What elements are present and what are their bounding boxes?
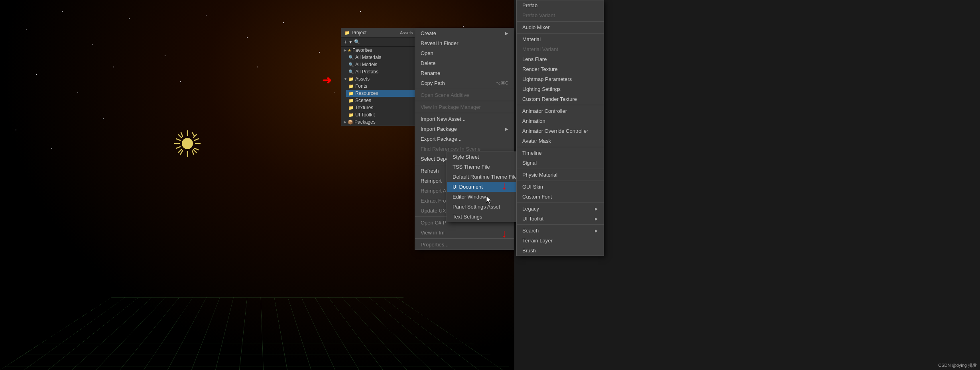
right-menu-render-texture[interactable]: Render Texture <box>517 64 604 74</box>
right-menu-audio-mixer[interactable]: Audio Mixer <box>517 22 604 32</box>
menu-view-in-im[interactable]: View in Im <box>415 228 514 238</box>
right-sep-7 <box>517 203 604 203</box>
packages-folder[interactable]: ▶ 📦 Packages <box>341 118 416 126</box>
project-panel-title: Project <box>352 30 366 35</box>
right-menu-custom-font[interactable]: Custom Font <box>517 192 604 202</box>
right-menu-physic-material[interactable]: Physic Material <box>517 170 604 180</box>
right-menu-material[interactable]: Material <box>517 34 604 44</box>
assets-folder[interactable]: ▼ 📁 Assets <box>341 75 416 83</box>
right-menu-legacy[interactable]: Legacy <box>517 204 604 214</box>
svg-line-9 <box>181 132 183 136</box>
right-menu-timeline[interactable]: Timeline <box>517 148 604 158</box>
svg-line-8 <box>178 150 181 153</box>
all-models-item[interactable]: 🔍 All Models <box>346 61 416 68</box>
svg-line-10 <box>192 151 194 155</box>
watermark: CSDN @dying 揭发 <box>938 362 977 368</box>
menu-copy-path[interactable]: Copy Path ⌥⌘C <box>415 78 514 88</box>
right-sep-3 <box>517 105 604 105</box>
menu-rename[interactable]: Rename <box>415 68 514 78</box>
project-toolbar: + ▼ 🔍 <box>341 37 416 47</box>
context-menu-create-sub: Prefab Prefab Variant Audio Mixer Materi… <box>516 0 604 256</box>
folder-icon: 📁 <box>344 30 350 35</box>
svg-line-5 <box>178 134 181 138</box>
right-menu-gui-skin[interactable]: GUI Skin <box>517 182 604 192</box>
separator-6 <box>415 238 514 239</box>
arrow-to-assets: ➜ <box>322 74 331 87</box>
menu-export-package[interactable]: Export Package... <box>415 134 514 144</box>
right-sep-6 <box>517 181 604 181</box>
separator-2 <box>415 101 514 101</box>
scenes-folder[interactable]: 📁 Scenes <box>346 97 416 104</box>
add-button[interactable]: + <box>344 39 347 45</box>
fonts-folder[interactable]: 📁 Fonts <box>346 83 416 90</box>
menu-import-package[interactable]: Import Package <box>415 124 514 134</box>
right-menu-animation[interactable]: Animation <box>517 116 604 126</box>
right-menu-material-variant: Material Variant <box>517 44 604 54</box>
dropdown-arrow[interactable]: ▼ <box>348 40 352 44</box>
right-sep-4 <box>517 147 604 147</box>
grid-overlay <box>0 298 514 370</box>
menu-create[interactable]: Create <box>415 28 514 38</box>
svg-line-13 <box>195 148 199 150</box>
textures-folder[interactable]: 📁 Textures <box>346 104 416 111</box>
sun-icon <box>171 128 203 159</box>
right-sep-5 <box>517 169 604 169</box>
svg-point-0 <box>182 138 193 149</box>
menu-delete[interactable]: Delete <box>415 58 514 68</box>
search-icon: 🔍 <box>354 39 360 45</box>
favorites-folder[interactable]: ▶ ★ Favorites <box>341 47 416 54</box>
all-materials-item[interactable]: 🔍 All Materials <box>346 54 416 61</box>
resources-folder[interactable]: 📁 Resources <box>346 90 416 97</box>
menu-open[interactable]: Open <box>415 48 514 58</box>
right-sep-8 <box>517 224 604 225</box>
ui-toolkit-folder[interactable]: 📁 UI Toolkit <box>346 111 416 118</box>
right-menu-signal[interactable]: Signal <box>517 158 604 168</box>
separator-3 <box>415 113 514 113</box>
right-menu-terrain-layer[interactable]: Terrain Layer <box>517 236 604 246</box>
menu-view-package-manager: View in Package Manager <box>415 102 514 112</box>
project-panel: 📁 Project Assets + ▼ 🔍 ▶ ★ Favorites 🔍 A… <box>341 28 417 126</box>
right-menu-animator-controller[interactable]: Animator Controller <box>517 106 604 116</box>
right-menu-animator-override[interactable]: Animator Override Controller <box>517 126 604 136</box>
right-menu-brush[interactable]: Brush <box>517 246 604 256</box>
svg-line-15 <box>180 151 183 155</box>
right-menu-prefab[interactable]: Prefab <box>517 0 604 10</box>
menu-properties[interactable]: Properties... <box>415 240 514 250</box>
svg-line-11 <box>176 147 180 148</box>
right-sep-2 <box>517 33 604 33</box>
right-menu-search[interactable]: Search <box>517 226 604 236</box>
right-menu-avatar-mask[interactable]: Avatar Mask <box>517 136 604 146</box>
right-menu-custom-render-texture[interactable]: Custom Render Texture <box>517 94 604 104</box>
svg-line-12 <box>195 139 199 140</box>
project-panel-header: 📁 Project Assets <box>341 28 416 37</box>
right-menu-prefab-variant: Prefab Variant <box>517 10 604 20</box>
menu-import-new-asset[interactable]: Import New Asset... <box>415 114 514 124</box>
menu-open-scene-additive: Open Scene Additive <box>415 90 514 100</box>
right-menu-lens-flare[interactable]: Lens Flare <box>517 54 604 64</box>
menu-reveal-finder[interactable]: Reveal in Finder <box>415 38 514 48</box>
all-prefabs-item[interactable]: 🔍 All Prefabs <box>346 68 416 75</box>
right-menu-lightmap-params[interactable]: Lightmap Parameters <box>517 74 604 84</box>
separator-1 <box>415 89 514 89</box>
assets-tab-label: Assets <box>400 30 413 35</box>
svg-line-16 <box>192 132 195 136</box>
svg-line-6 <box>193 150 197 153</box>
right-sep-1 <box>517 21 604 22</box>
right-menu-ui-toolkit[interactable]: UI Toolkit <box>517 214 604 224</box>
right-menu-lighting-settings[interactable]: Lighting Settings <box>517 84 604 94</box>
svg-line-14 <box>176 139 180 140</box>
